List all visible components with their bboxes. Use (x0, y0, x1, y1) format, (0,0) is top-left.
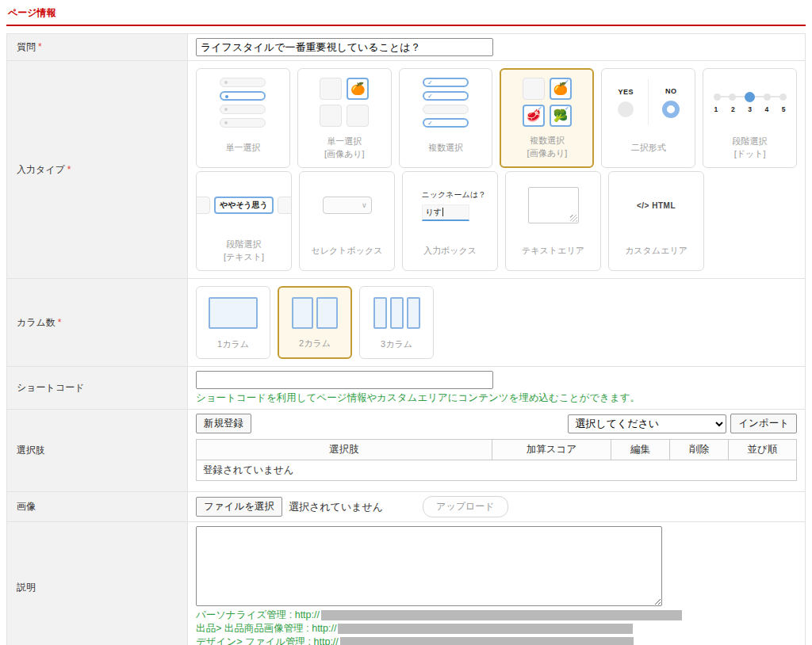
type-card-label: 段階選択 (227, 239, 262, 251)
scale-text-preview-icon: ややそう思う (197, 172, 291, 239)
type-card-label: 単一選択 (327, 135, 362, 148)
description-textarea[interactable] (196, 526, 662, 606)
no-circle-icon (662, 101, 680, 118)
column-card-1[interactable]: 1カラム (196, 286, 270, 359)
type-card-label: 単一選択 (225, 142, 260, 155)
type-card-sublabel: [画像あり] (527, 147, 568, 160)
select-box-preview-icon: ∨ (300, 172, 394, 239)
description-label: 説明 (17, 582, 36, 593)
row-description: 説明 パーソナライズ管理 : http:// 出品> 出品商品画像管理 : ht… (7, 522, 806, 645)
choices-label: 選択肢 (17, 445, 45, 456)
type-card-scale-text[interactable]: ややそう思う 段階選択[テキスト] (196, 171, 292, 271)
row-shortcode: ショートコード ショートコードを利用してページ情報やカスタムエリアにコンテンツを… (7, 367, 806, 410)
type-card-single-select-image[interactable]: 🍊 単一選択[画像あり] (297, 68, 392, 168)
yes-no-preview-icon: YES NO (602, 69, 695, 135)
input-type-label: 入力タイプ (17, 164, 65, 175)
type-card-select-box[interactable]: ∨ セレクトボックス (299, 171, 395, 271)
yes-label: YES (618, 88, 634, 96)
shortcode-label: ショートコード (17, 382, 84, 393)
three-column-icon (360, 287, 433, 338)
check-icon: ✓ (565, 105, 569, 112)
choices-col-header: 選択肢 (197, 440, 492, 460)
fruit-icon: 🍊 (350, 82, 366, 96)
type-card-sublabel: [ドット] (734, 148, 766, 161)
file-status-text: 選択されていません (289, 500, 383, 514)
type-card-label: 入力ボックス (423, 245, 477, 258)
input-type-cards-row-2: ややそう思う 段階選択[テキスト] ∨ セレクトボックス (196, 171, 797, 271)
type-card-label: カスタムエリア (625, 245, 688, 258)
question-input[interactable] (196, 38, 493, 56)
scale-number: 4 (765, 105, 769, 113)
description-help-links: パーソナライズ管理 : http:// 出品> 出品商品画像管理 : http:… (196, 609, 797, 645)
new-registration-button[interactable]: 新規登録 (196, 414, 251, 433)
check-icon: ✓ (427, 78, 433, 88)
yes-circle-icon (618, 101, 634, 117)
column-card-3[interactable]: 3カラム (359, 286, 434, 359)
type-card-sublabel: [テキスト] (224, 251, 264, 264)
column-card-label: 2カラム (299, 338, 331, 357)
upload-button[interactable]: アップロード (423, 496, 508, 517)
choices-import-select[interactable]: 選択してください (568, 414, 726, 433)
choices-empty-message: 登録されていません (197, 460, 797, 481)
row-choices: 選択肢 新規登録 選択してください インポート 選択肢 加算スコア (7, 410, 806, 492)
redacted-url (321, 610, 682, 620)
type-card-label: テキストエリア (522, 245, 584, 258)
design-file-link[interactable]: デザイン> ファイル管理 : http:// (196, 636, 339, 645)
choices-empty-row: 登録されていません (197, 460, 797, 481)
page-title: ページ情報 (8, 6, 806, 20)
row-question: 質問* (7, 34, 806, 61)
choices-table: 選択肢 加算スコア 編集 削除 並び順 登録されていません (196, 439, 797, 481)
type-card-multi-select[interactable]: ✓ ✓ ✓ 複数選択 (399, 68, 493, 168)
choose-file-button[interactable]: ファイルを選択 (196, 497, 282, 517)
choices-controls: 新規登録 選択してください インポート (196, 414, 797, 433)
type-card-scale-dot[interactable]: 1 2 3 4 5 段階選択[ドット] (703, 68, 797, 168)
type-card-single-select[interactable]: 単一選択 (196, 68, 290, 168)
shortcode-help-text: ショートコードを利用してページ情報やカスタムエリアにコンテンツを埋め込むことがで… (196, 391, 797, 405)
column-card-2[interactable]: 2カラム (278, 286, 352, 359)
form-table: 質問* 入力タイプ* 単一選択 (6, 33, 806, 645)
file-upload-row: ファイルを選択 選択されていません アップロード (196, 496, 797, 517)
input-box-sample-answer: りす (426, 208, 443, 216)
single-select-preview-icon (197, 69, 289, 135)
required-asterisk: * (67, 164, 71, 175)
multi-select-preview-icon: ✓ ✓ ✓ (400, 69, 492, 135)
order-col-header: 並び順 (729, 440, 797, 460)
row-input-type: 入力タイプ* 単一選択 (7, 61, 806, 279)
html-code-icon: </> HTML (609, 172, 703, 239)
type-card-label: セレクトボックス (311, 245, 382, 258)
import-button[interactable]: インポート (730, 414, 797, 433)
type-card-text-area[interactable]: テキストエリア (505, 171, 601, 271)
type-card-sublabel: [画像あり] (324, 148, 365, 161)
check-icon: ✓ (565, 78, 569, 85)
check-icon: ✓ (427, 119, 433, 128)
column-card-label: 1カラム (217, 338, 249, 358)
type-card-custom-area[interactable]: </> HTML カスタムエリア (608, 171, 704, 271)
two-column-icon (279, 288, 350, 338)
personalize-link[interactable]: パーソナライズ管理 : http:// (196, 609, 320, 620)
page-info-form: ページ情報 質問* 入力タイプ* (0, 0, 812, 645)
columns-label: カラム数 (17, 317, 56, 328)
required-asterisk: * (58, 317, 62, 328)
type-card-yes-no[interactable]: YES NO 二択形式 (601, 68, 695, 168)
column-cards-row: 1カラム 2カラム 3カラム (196, 286, 797, 359)
edit-col-header: 編集 (611, 440, 670, 460)
type-card-input-box[interactable]: ニックネームは？ りす 入力ボックス (402, 171, 498, 271)
row-columns: カラム数* 1カラム 2カラム 3カラム (7, 279, 806, 367)
delete-col-header: 削除 (670, 440, 729, 460)
redacted-url (338, 624, 633, 634)
type-card-label: 二択形式 (631, 142, 666, 155)
shortcode-input[interactable] (196, 371, 493, 389)
multi-select-image-preview-icon: 🍊✓ 🥩✓ 🥦✓ (501, 70, 592, 135)
type-card-label: 複数選択 (428, 142, 463, 155)
question-label: 質問 (17, 41, 36, 52)
scale-number: 3 (748, 105, 752, 113)
type-card-label: 段階選択 (733, 135, 768, 148)
scale-number: 2 (731, 105, 735, 113)
chevron-down-icon: ∨ (362, 201, 367, 209)
listing-image-link[interactable]: 出品> 出品商品画像管理 : http:// (196, 623, 336, 634)
scale-number: 1 (714, 105, 718, 113)
type-card-multi-select-image[interactable]: 🍊✓ 🥩✓ 🥦✓ 複数選択[画像あり] (500, 68, 594, 168)
choices-table-header-row: 選択肢 加算スコア 編集 削除 並び順 (197, 440, 797, 460)
column-card-label: 3カラム (381, 338, 412, 358)
score-col-header: 加算スコア (492, 440, 611, 460)
